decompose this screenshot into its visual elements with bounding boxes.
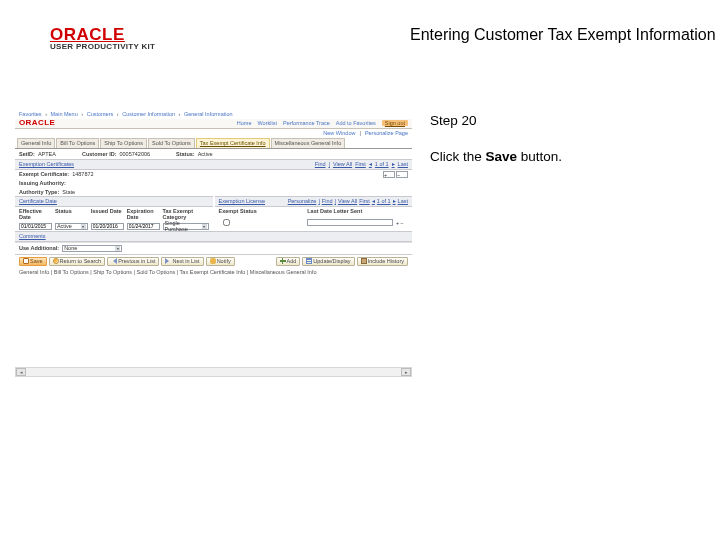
letter-date-input[interactable] — [307, 219, 393, 226]
table-row: Active▾ Single Purchase▾ — [15, 222, 213, 231]
new-window-link[interactable]: New Window — [323, 130, 355, 137]
use-additional-row: Use Additional: None ▾ — [15, 242, 412, 254]
menu-worklist[interactable]: Worklist — [258, 120, 277, 127]
first-grid[interactable]: First — [359, 198, 370, 205]
use-addl-value: None — [64, 245, 77, 252]
sub-links: New Window | Personalize Page — [15, 129, 412, 138]
tab-ship-to[interactable]: Ship To Options — [100, 138, 147, 148]
view-all-link[interactable]: View All — [333, 161, 352, 168]
exempt-cert-label: Exempt Certificate: — [19, 171, 69, 178]
section-comments: Comments — [15, 231, 412, 242]
instruction-panel: Step 20 Click the Save button. — [430, 112, 690, 166]
range-grid: 1 of 1 — [377, 198, 391, 205]
row-del-button[interactable]: − — [400, 220, 403, 227]
status-label: Status: — [176, 151, 195, 158]
custid-value: 0005742006 — [119, 151, 150, 158]
tab-general-info[interactable]: General Info — [17, 138, 55, 148]
grid-icon — [306, 258, 312, 264]
plus-icon — [280, 258, 286, 264]
section-cert-date: Certificate Date — [15, 196, 213, 207]
find-grid[interactable]: Find — [322, 198, 333, 205]
identity-row: SetID: APTEA Customer ID: 0005742006 Sta… — [15, 149, 412, 160]
tab-bill-to[interactable]: Bill To Options — [56, 138, 99, 148]
range-text: 1 of 1 — [375, 161, 389, 168]
app-screenshot: Favorites › Main Menu › Customers › Cust… — [15, 110, 412, 290]
exempt-status-checkbox[interactable] — [223, 219, 230, 226]
personalize-link[interactable]: Personalize Page — [365, 130, 408, 137]
category-dropdown[interactable]: Single Purchase▾ — [163, 223, 209, 230]
status-value: Active — [198, 151, 213, 158]
section-exemption-certs: Exemption Certificates — [15, 159, 272, 170]
use-addl-label: Use Additional: — [19, 245, 59, 252]
oracle-app-logo: ORACLE — [19, 118, 55, 128]
issued-date-input[interactable] — [91, 223, 124, 230]
last-link[interactable]: Last — [398, 161, 408, 168]
last-grid[interactable]: Last — [398, 198, 408, 205]
tab-sold-to[interactable]: Sold To Options — [148, 138, 195, 148]
arrow-left-icon — [111, 258, 117, 264]
breadcrumb-item[interactable]: Customers — [87, 111, 114, 117]
notify-button[interactable]: Notify — [206, 257, 235, 266]
next-button[interactable]: Next in List — [161, 257, 203, 266]
search-icon — [53, 258, 59, 264]
tab-strip: General Info Bill To Options Ship To Opt… — [15, 137, 412, 149]
arrow-right-icon — [165, 258, 171, 264]
scroll-right-button[interactable]: ▸ — [401, 368, 411, 376]
breadcrumb-item[interactable]: Main Menu — [51, 111, 78, 117]
th-issued: Issued Date — [91, 208, 124, 221]
exempt-cert-value: 1487872 — [72, 171, 93, 178]
eff-date-input[interactable] — [19, 223, 52, 230]
th-exempt-status: Exempt Status — [219, 208, 305, 215]
table-row: + − — [215, 215, 413, 230]
first-link[interactable]: First — [355, 161, 366, 168]
scroll-left-button[interactable]: ◂ — [16, 368, 26, 376]
breadcrumb-item[interactable]: Customer Information — [122, 111, 175, 117]
previous-button[interactable]: Previous in List — [107, 257, 159, 266]
custid-label: Customer ID: — [82, 151, 117, 158]
chevron-down-icon: ▾ — [115, 246, 120, 251]
return-search-button[interactable]: Return to Search — [49, 257, 106, 266]
instruction-text: Click the Save button. — [430, 148, 690, 166]
th-eff-date: Effective Date — [19, 208, 52, 221]
add-row-button[interactable]: + — [383, 171, 395, 178]
step-number: Step 20 — [430, 112, 690, 130]
save-button[interactable]: Save — [19, 257, 47, 266]
view-grid[interactable]: View All — [338, 198, 357, 205]
setid-value: APTEA — [38, 151, 56, 158]
footer-tab-links[interactable]: General Info | Bill To Options | Ship To… — [15, 268, 412, 277]
app-menubar: ORACLE Home Worklist Performance Trace A… — [15, 119, 412, 129]
auth-type-label: Authority Type: — [19, 189, 59, 196]
tab-misc[interactable]: Miscellaneous General Info — [271, 138, 346, 148]
status-dropdown[interactable]: Active▾ — [55, 223, 88, 230]
scroll-track[interactable] — [26, 368, 401, 376]
breadcrumb-item[interactable]: General Information — [184, 111, 233, 117]
breadcrumb: Favorites › Main Menu › Customers › Cust… — [15, 110, 412, 119]
del-row-button[interactable]: − — [396, 171, 408, 178]
th-exp: Expiration Date — [127, 208, 160, 221]
section-exempt-license: Exemption License — [219, 198, 265, 205]
save-icon — [23, 258, 29, 264]
oracle-wordmark: ORACLE — [50, 26, 155, 43]
oracle-upk-logo: ORACLE USER PRODUCTIVITY KIT — [50, 26, 155, 51]
exp-date-input[interactable] — [127, 223, 160, 230]
th-letter-sent: Last Date Letter Sent — [307, 208, 393, 215]
menu-add-fav[interactable]: Add to Favorites — [336, 120, 376, 127]
action-button-row: Save Return to Search Previous in List N… — [15, 254, 412, 268]
menu-perf-trace[interactable]: Performance Trace — [283, 120, 330, 127]
breadcrumb-item[interactable]: Favorites — [19, 111, 42, 117]
add-button[interactable]: Add — [276, 257, 301, 266]
bell-icon — [210, 258, 216, 264]
issuing-auth-label: Issuing Authority: — [19, 180, 66, 187]
menu-signout[interactable]: Sign out — [382, 120, 408, 127]
find-link[interactable]: Find — [315, 161, 326, 168]
history-button[interactable]: Include History — [357, 257, 408, 266]
update-button[interactable]: Update/Display — [302, 257, 354, 266]
menu-home[interactable]: Home — [237, 120, 252, 127]
personalize-grid[interactable]: Personalize — [288, 198, 317, 205]
tab-tax-exempt[interactable]: Tax Exempt Certificate Info — [196, 138, 270, 148]
row-add-button[interactable]: + — [396, 220, 399, 227]
horizontal-scrollbar[interactable]: ◂ ▸ — [15, 367, 412, 377]
use-addl-dropdown[interactable]: None ▾ — [62, 245, 122, 252]
license-headers: Exempt Status Last Date Letter Sent — [215, 207, 413, 216]
page-title: Entering Customer Tax Exempt Information — [410, 26, 716, 44]
